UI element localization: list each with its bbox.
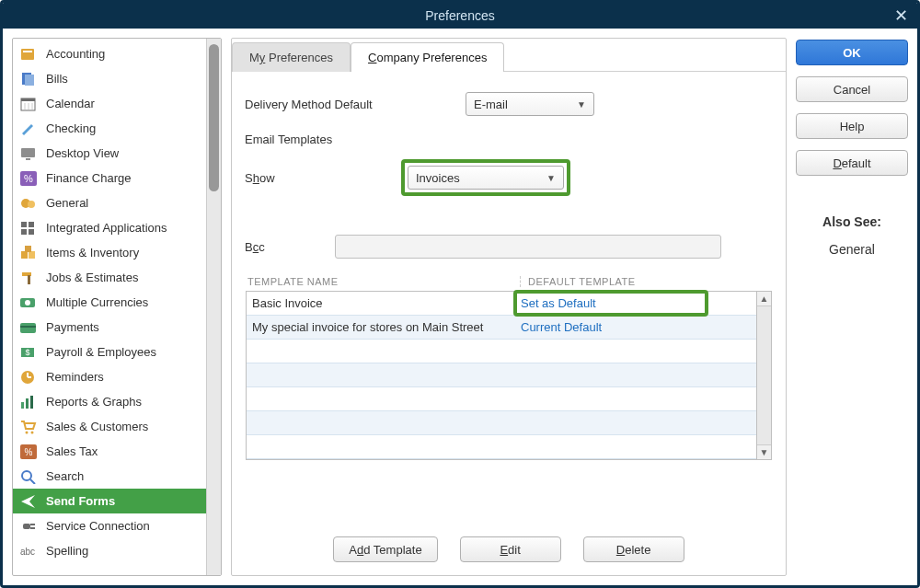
edit-template-button[interactable]: Edit [460, 536, 561, 562]
sidebar-item-label: Finance Charge [46, 171, 132, 185]
scroll-up-arrow-icon[interactable]: ▲ [757, 292, 771, 306]
sidebar-item-items-inventory[interactable]: Items & Inventory [13, 240, 206, 265]
scroll-down-arrow-icon[interactable]: ▼ [757, 444, 771, 459]
sidebar-item-label: Multiple Currencies [46, 295, 148, 309]
currency-icon [18, 294, 39, 312]
delete-suffix: elete [625, 543, 650, 557]
sidebar-item-label: Desktop View [46, 146, 119, 160]
bar-chart-icon [18, 393, 39, 411]
sidebar-item-label: Integrated Applications [46, 221, 167, 235]
scroll-thumb[interactable] [209, 44, 219, 191]
also-see-link-general[interactable]: General [796, 242, 908, 257]
sidebar-item-label: Jobs & Estimates [46, 271, 138, 284]
sidebar-item-integrated-applications[interactable]: Integrated Applications [13, 215, 206, 240]
table-row[interactable]: Basic InvoiceSet as Default [247, 292, 756, 316]
svg-line-41 [30, 479, 35, 484]
template-name-cell [247, 363, 515, 386]
set-as-default-link[interactable]: Set as Default [521, 296, 596, 310]
bcc-input[interactable] [335, 235, 721, 259]
tab-my-prefix: M [249, 51, 259, 64]
default-template-cell [515, 411, 756, 434]
svg-point-14 [28, 201, 35, 208]
show-value: Invoices [416, 171, 460, 185]
percent-icon: % [18, 169, 39, 188]
sidebar-item-label: Bills [46, 72, 68, 86]
help-button[interactable]: Help [796, 113, 908, 139]
edit-suffix: dit [508, 543, 521, 557]
svg-rect-18 [29, 229, 34, 235]
calendar-icon [18, 95, 39, 113]
template-name-cell [247, 340, 515, 363]
abc-icon: abc [18, 542, 39, 560]
svg-rect-20 [29, 251, 35, 259]
delivery-method-dropdown[interactable]: E-mail ▼ [466, 92, 594, 116]
sidebar-item-accounting[interactable]: Accounting [13, 41, 206, 66]
bills-icon [18, 70, 39, 88]
sidebar-item-sales-customers[interactable]: Sales & Customers [13, 414, 206, 439]
default-template-cell [515, 435, 756, 458]
table-row [247, 387, 756, 411]
default-button[interactable]: Default [796, 150, 908, 176]
svg-rect-5 [21, 98, 35, 101]
sidebar-item-finance-charge[interactable]: %Finance Charge [13, 166, 206, 190]
tab-my-preferences[interactable]: My Preferences [232, 42, 351, 72]
table-row [247, 340, 756, 363]
sidebar-item-desktop-view[interactable]: Desktop View [13, 141, 206, 166]
svg-rect-3 [25, 75, 34, 86]
show-label: Show [245, 171, 401, 185]
sidebar-item-search[interactable]: Search [13, 464, 206, 489]
sidebar-item-label: Spelling [46, 544, 88, 558]
sidebar-item-sales-tax[interactable]: %Sales Tax [13, 439, 206, 464]
sidebar-item-bills[interactable]: Bills [13, 66, 206, 91]
show-dropdown[interactable]: Invoices ▼ [408, 166, 564, 190]
sidebar-item-payroll-employees[interactable]: $Payroll & Employees [13, 340, 206, 364]
sidebar-item-general[interactable]: General [13, 190, 206, 215]
template-table-body: Basic InvoiceSet as DefaultMy special in… [246, 291, 757, 460]
tab-company-preferences[interactable]: Company Preferences [351, 42, 504, 72]
sidebar-item-reports-graphs[interactable]: Reports & Graphs [13, 389, 206, 414]
template-name-cell [247, 435, 515, 458]
sidebar-item-reminders[interactable]: Reminders [13, 364, 206, 389]
sidebar-item-label: Sales Tax [46, 444, 98, 458]
default-template-cell: Set as Default [515, 292, 756, 315]
show-suffix: ow [259, 171, 275, 185]
also-see-title: Also See: [796, 214, 908, 229]
ok-button[interactable]: OK [796, 40, 908, 65]
bcc-prefix: B [245, 240, 253, 254]
default-suffix: efault [842, 156, 871, 170]
table-row [247, 435, 756, 459]
svg-rect-9 [21, 148, 35, 157]
svg-rect-16 [29, 222, 34, 227]
bcc-suffix: c [259, 240, 265, 254]
sidebar-item-calendar[interactable]: Calendar [13, 91, 206, 116]
cancel-button[interactable]: Cancel [796, 76, 908, 102]
pen-icon [18, 120, 39, 138]
svg-rect-15 [21, 222, 27, 227]
sidebar-item-payments[interactable]: Payments [13, 315, 206, 340]
chevron-down-icon: ▼ [546, 173, 556, 183]
sidebar-item-jobs-estimates[interactable]: Jobs & Estimates [13, 265, 206, 290]
sidebar-item-service-connection[interactable]: Service Connection [13, 513, 206, 538]
add-template-button[interactable]: Add Template [333, 536, 437, 562]
tab-my-suffix: Preferences [265, 51, 333, 64]
delete-template-button[interactable]: Delete [583, 536, 684, 562]
table-scrollbar[interactable]: ▲ ▼ [757, 291, 772, 460]
show-prefix: S [245, 171, 253, 185]
svg-rect-1 [23, 51, 32, 52]
sidebar-scrollbar[interactable] [206, 39, 221, 575]
close-icon[interactable]: ✕ [894, 6, 908, 26]
svg-rect-42 [23, 524, 30, 529]
table-row[interactable]: My special invoice for stores on Main St… [247, 316, 756, 340]
card-icon [18, 318, 39, 337]
sidebar-item-send-forms[interactable]: Send Forms [13, 489, 206, 513]
sidebar-item-spelling[interactable]: abcSpelling [13, 538, 206, 563]
template-name-cell: My special invoice for stores on Main St… [247, 316, 515, 339]
cart-icon [18, 418, 39, 436]
clock-icon [18, 368, 39, 386]
chevron-down-icon: ▼ [577, 99, 586, 110]
dialog-buttons: OK Cancel Help Default Also See: General [796, 38, 908, 576]
sidebar-item-checking[interactable]: Checking [13, 116, 206, 141]
add-suffix: d Template [363, 543, 421, 557]
sidebar-item-multiple-currencies[interactable]: Multiple Currencies [13, 290, 206, 315]
svg-rect-35 [30, 396, 33, 409]
